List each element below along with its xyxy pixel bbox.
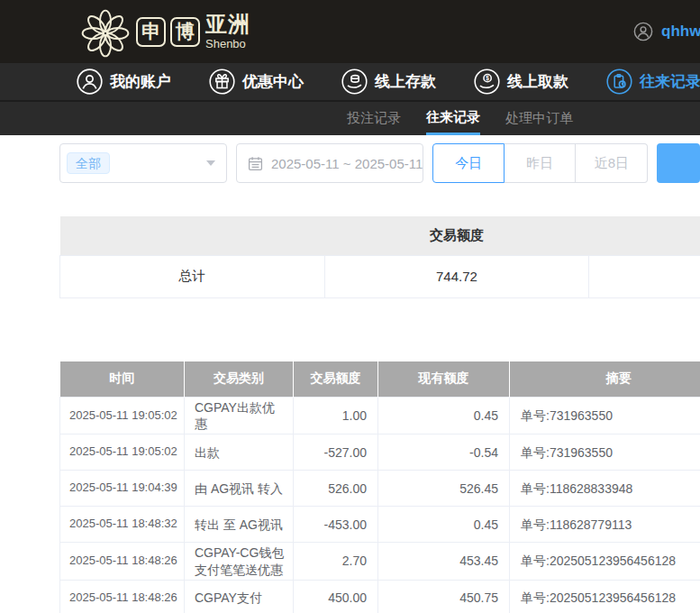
cell-balance: 450.75 (378, 580, 510, 613)
cell-time: 2025-05-11 19:04:39 (60, 471, 185, 507)
cell-time: 2025-05-11 19:05:02 (60, 435, 185, 471)
cell-type: 由 AG视讯 转入 (185, 471, 294, 507)
cell-balance: 0.45 (378, 398, 510, 435)
nav-item-withdraw[interactable]: $ 线上取款 (474, 69, 568, 95)
cell-summary: 单号:118628833948 (510, 471, 700, 507)
withdraw-icon: $ (474, 69, 500, 95)
date-range-value: 2025-05-11 ~ 2025-05-11 (271, 156, 423, 171)
table-row: 2025-05-11 19:05:02 出款 -527.00 -0.54 单号:… (60, 435, 700, 471)
cell-type: CGPAY出款优惠 (185, 398, 294, 435)
chevron-down-icon (206, 160, 215, 166)
col-time: 时间 (60, 361, 185, 398)
cell-balance: 453.45 (378, 543, 510, 580)
brand-latin: Shenbo (205, 38, 250, 50)
page: 申 博 亚洲 Shenbo qhhw 我的账户 (0, 0, 700, 613)
selected-type-tag: 全部 (67, 152, 110, 174)
gift-icon (209, 69, 235, 95)
records-icon (606, 69, 632, 95)
col-amount: 交易额度 (294, 361, 378, 398)
cell-amount: 450.00 (294, 580, 378, 613)
sub-nav: 投注记录 往来记录 处理中订单 (0, 100, 700, 135)
cell-time: 2025-05-11 18:48:32 (60, 507, 185, 543)
cell-amount: 526.00 (294, 471, 378, 507)
cell-type: 转出 至 AG视讯 (185, 507, 294, 543)
cell-type: CGPAY-CG钱包支付笔笔送优惠 (185, 543, 294, 580)
nav-item-deposit[interactable]: 线上存款 (341, 69, 436, 95)
table-row: 2025-05-11 18:48:26 CGPAY-CG钱包支付笔笔送优惠 2.… (60, 543, 700, 580)
tab-transaction-records[interactable]: 往来记录 (426, 102, 480, 135)
summary-empty-cell (589, 255, 700, 297)
yesterday-button[interactable]: 昨日 (505, 143, 576, 183)
user-avatar-icon (633, 22, 653, 41)
quick-range-group: 今日 昨日 近8日 (432, 143, 648, 183)
cell-summary: 单号:202505123956456128 (510, 543, 700, 580)
nav-label: 我的账户 (110, 71, 171, 92)
col-summary: 摘要 (510, 361, 700, 398)
user-icon (77, 69, 103, 95)
cell-summary: 单号:731963550 (510, 398, 700, 435)
cell-time: 2025-05-11 19:05:02 (60, 398, 185, 435)
tab-betting-records[interactable]: 投注记录 (347, 102, 401, 135)
cell-balance: 526.45 (378, 471, 510, 507)
cell-amount: 2.70 (294, 543, 378, 580)
cell-amount: -527.00 (294, 435, 378, 471)
summary-row: 总计 744.72 (60, 255, 700, 297)
nav-label: 线上取款 (507, 71, 568, 92)
brand-logo[interactable]: 申 博 亚洲 Shenbo (0, 5, 250, 59)
svg-text:$: $ (486, 75, 489, 82)
flower-logo-icon (79, 7, 132, 59)
top-header: 申 博 亚洲 Shenbo qhhw (0, 0, 700, 63)
table-row: 2025-05-11 18:48:26 CGPAY支付 450.00 450.7… (60, 580, 700, 613)
nav-label: 线上存款 (375, 71, 436, 92)
user-account[interactable]: qhhw (633, 0, 700, 63)
transactions-header-row: 时间 交易类别 交易额度 现有额度 摘要 (60, 361, 700, 398)
calendar-icon (248, 156, 263, 171)
nav-item-records[interactable]: 往来记录 (606, 69, 700, 95)
cell-summary: 单号:202505123956456128 (510, 580, 700, 613)
deposit-icon (341, 69, 368, 95)
last-8-days-button[interactable]: 近8日 (576, 143, 648, 183)
username-text: qhhw (661, 23, 700, 41)
nav-item-promotions[interactable]: 优惠中心 (209, 69, 304, 95)
brand-char-bo: 博 (170, 17, 200, 47)
cell-balance: 0.45 (378, 507, 510, 543)
summary-total-label: 总计 (60, 255, 325, 297)
today-button[interactable]: 今日 (432, 143, 505, 183)
col-balance: 现有额度 (378, 361, 510, 398)
nav-label: 往来记录 (640, 71, 700, 92)
table-row: 2025-05-11 19:05:02 CGPAY出款优惠 1.00 0.45 … (60, 398, 700, 435)
brand-region: 亚洲 (205, 14, 250, 35)
cell-summary: 单号:118628779113 (510, 507, 700, 543)
table-row: 2025-05-11 18:48:32 转出 至 AG视讯 -453.00 0.… (60, 507, 700, 543)
table-row: 2025-05-11 19:04:39 由 AG视讯 转入 526.00 526… (60, 471, 700, 507)
brand-char-shen: 申 (136, 17, 166, 47)
cell-type: 出款 (185, 435, 294, 471)
cell-summary: 单号:731963550 (510, 435, 700, 471)
nav-label: 优惠中心 (242, 71, 304, 92)
cell-time: 2025-05-11 18:48:26 (60, 580, 185, 613)
transactions-table: 时间 交易类别 交易额度 现有额度 摘要 2025-05-11 19:05:02… (59, 361, 700, 613)
cell-time: 2025-05-11 18:48:26 (60, 543, 185, 580)
main-nav: 我的账户 优惠中心 线上存款 $ (0, 63, 700, 100)
search-button[interactable] (657, 143, 700, 183)
nav-item-my-account[interactable]: 我的账户 (77, 69, 171, 95)
cell-type: CGPAY支付 (185, 580, 294, 613)
date-range-input[interactable]: 2025-05-11 ~ 2025-05-11 (236, 143, 423, 183)
summary-total-value: 744.72 (324, 255, 589, 297)
filter-row: 全部 2025-05-11 ~ 2025-05-11 今日 昨日 近8日 (59, 143, 700, 183)
tab-pending-orders[interactable]: 处理中订单 (505, 102, 573, 135)
cell-balance: -0.54 (378, 435, 510, 471)
type-select[interactable]: 全部 (59, 143, 227, 183)
summary-table: 交易额度 总计 744.72 (59, 216, 700, 298)
content-area: 全部 2025-05-11 ~ 2025-05-11 今日 昨日 近8日 (0, 135, 700, 613)
cell-amount: 1.00 (294, 398, 378, 435)
col-type: 交易类别 (185, 361, 294, 398)
cell-amount: -453.00 (294, 507, 378, 543)
summary-table-title: 交易额度 (60, 216, 700, 255)
